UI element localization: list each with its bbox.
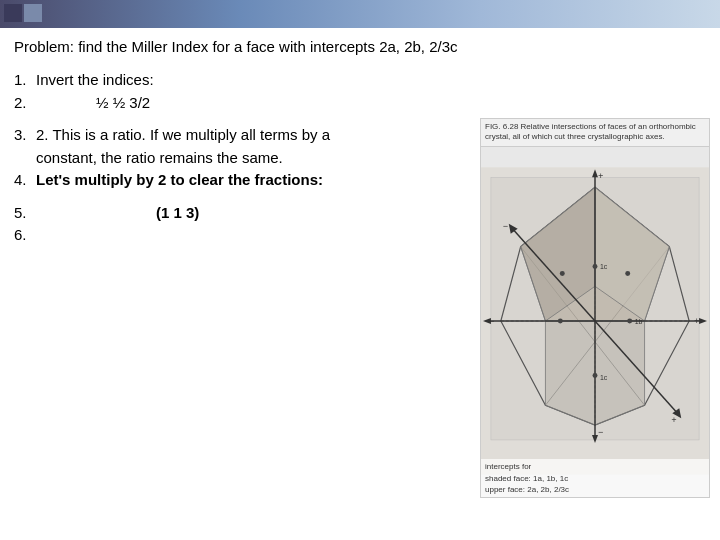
figure-caption: FIG. 6.28 Relative intersections of face… bbox=[481, 119, 709, 147]
svg-text:1c: 1c bbox=[600, 374, 608, 381]
square-dark bbox=[4, 4, 22, 22]
step-5-value: (1 1 3) bbox=[156, 202, 199, 225]
svg-point-28 bbox=[558, 318, 563, 323]
svg-point-29 bbox=[627, 318, 632, 323]
main-content: Problem: find the Miller Index for a fac… bbox=[0, 28, 720, 257]
step-5-num: 5. bbox=[14, 202, 36, 225]
step-4-num: 4. bbox=[14, 169, 36, 192]
svg-point-30 bbox=[560, 271, 565, 276]
step-1-num: 1. bbox=[14, 69, 36, 92]
svg-text:−: − bbox=[489, 316, 494, 326]
svg-point-26 bbox=[593, 264, 598, 269]
step-3-cont-indent bbox=[14, 147, 36, 170]
figure-panel: FIG. 6.28 Relative intersections of face… bbox=[480, 118, 710, 498]
svg-text:−: − bbox=[503, 221, 508, 231]
step-6-num: 6. bbox=[14, 224, 36, 247]
svg-text:+: + bbox=[694, 316, 699, 326]
svg-text:1c: 1c bbox=[600, 263, 608, 270]
svg-text:+: + bbox=[598, 171, 603, 181]
crystal-diagram: + − + − + − 1c 1b 1c bbox=[481, 147, 709, 495]
svg-text:−: − bbox=[598, 427, 603, 437]
intercept-note: intercepts for shaded face: 1a, 1b, 1c u… bbox=[481, 459, 709, 497]
top-squares bbox=[4, 4, 42, 22]
step-2-row: 2. ½ ½ 3/2 bbox=[14, 92, 706, 115]
intercept-line2: shaded face: 1a, 1b, 1c bbox=[485, 474, 568, 483]
intercept-line1: intercepts for bbox=[485, 462, 531, 471]
svg-text:1b: 1b bbox=[635, 318, 643, 325]
svg-text:+: + bbox=[671, 415, 676, 425]
step-2-num: 2. bbox=[14, 92, 36, 115]
square-mid bbox=[24, 4, 42, 22]
top-gradient-bar bbox=[0, 0, 720, 28]
svg-point-27 bbox=[593, 373, 598, 378]
step-1-text: Invert the indices: bbox=[36, 69, 706, 92]
step-2-value: ½ ½ 3/2 bbox=[96, 92, 150, 115]
step-3-num: 3. bbox=[14, 124, 36, 147]
problem-title: Problem: find the Miller Index for a fac… bbox=[14, 38, 706, 55]
intercept-line3: upper face: 2a, 2b, 2/3c bbox=[485, 485, 569, 494]
svg-point-31 bbox=[625, 271, 630, 276]
step-1-row: 1. Invert the indices: bbox=[14, 69, 706, 92]
